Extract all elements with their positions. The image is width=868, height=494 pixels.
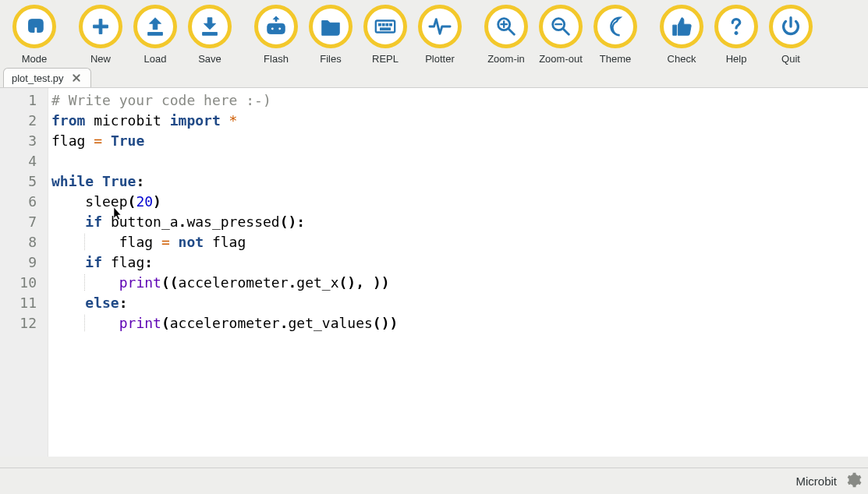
svg-rect-2 <box>382 23 384 26</box>
flash-label: Flash <box>264 53 289 65</box>
status-mode-label: Microbit <box>795 475 837 488</box>
thumbs-up-icon <box>660 5 703 48</box>
line-number: 6 <box>0 192 48 212</box>
code-line[interactable]: else: <box>51 293 868 313</box>
load-button[interactable]: Load <box>130 5 180 65</box>
keyboard-icon <box>363 5 407 48</box>
toolbar: ModeNewLoadSaveFlashFilesREPLPlotterZoom… <box>0 0 868 68</box>
svg-point-8 <box>735 31 738 34</box>
zoomout-button[interactable]: Zoom-out <box>536 5 586 65</box>
zoomout-label: Zoom-out <box>539 53 583 65</box>
plus-icon <box>79 5 122 48</box>
quit-button[interactable]: Quit <box>766 5 816 65</box>
line-number: 3 <box>0 131 48 151</box>
power-icon <box>769 5 813 48</box>
mode-icon <box>12 5 56 48</box>
line-number: 1 <box>0 90 48 111</box>
close-icon[interactable] <box>70 72 83 84</box>
help-button[interactable]: Help <box>711 5 761 65</box>
line-number: 7 <box>0 212 48 232</box>
code-line[interactable] <box>51 151 868 171</box>
check-label: Check <box>668 53 696 65</box>
zoomin-button[interactable]: Zoom-in <box>481 5 531 65</box>
code-line[interactable]: flag = not flag <box>51 232 868 252</box>
code-editor[interactable]: 123456789101112 # Write your code here :… <box>0 87 868 457</box>
theme-label: Theme <box>600 53 631 65</box>
save-button[interactable]: Save <box>185 5 235 65</box>
new-label: New <box>90 53 111 65</box>
zoom-out-icon <box>539 5 583 48</box>
code-line[interactable]: print((accelerometer.get_x(), )) <box>51 273 868 293</box>
mode-button[interactable]: Mode <box>9 5 59 65</box>
help-label: Help <box>726 53 747 65</box>
code-line[interactable]: flag = True <box>51 131 868 151</box>
check-button[interactable]: Check <box>657 5 707 65</box>
quit-label: Quit <box>781 53 800 65</box>
line-number: 11 <box>0 293 48 313</box>
files-label: Files <box>320 53 341 65</box>
moon-icon <box>593 5 637 48</box>
tab-plot-test[interactable]: plot_test.py <box>3 68 91 87</box>
repl-button[interactable]: REPL <box>360 5 410 65</box>
gear-icon[interactable] <box>845 471 862 491</box>
robot-down-icon <box>254 5 298 48</box>
plotter-label: Plotter <box>425 53 455 65</box>
line-number: 4 <box>0 151 48 171</box>
line-number: 8 <box>0 232 48 252</box>
upload-icon <box>133 5 177 48</box>
code-line[interactable]: if button_a.was_pressed(): <box>51 212 868 232</box>
zoom-in-icon <box>484 5 528 48</box>
tab-label: plot_test.py <box>12 72 64 84</box>
load-label: Load <box>144 53 167 65</box>
flash-button[interactable]: Flash <box>251 5 301 65</box>
code-area[interactable]: # Write your code here :-)from microbit … <box>48 88 868 457</box>
mode-label: Mode <box>22 53 48 65</box>
files-button[interactable]: Files <box>306 5 356 65</box>
folder-robot-icon <box>309 5 353 48</box>
download-icon <box>188 5 232 48</box>
line-number: 10 <box>0 273 48 293</box>
question-icon <box>714 5 758 48</box>
repl-label: REPL <box>372 53 399 65</box>
svg-rect-4 <box>390 23 392 26</box>
code-line[interactable]: sleep(20) <box>51 192 868 212</box>
line-number: 5 <box>0 171 48 192</box>
code-line[interactable]: from microbit import * <box>51 111 868 131</box>
theme-button[interactable]: Theme <box>590 5 640 65</box>
code-line[interactable]: print(accelerometer.get_values()) <box>51 313 868 333</box>
line-number-gutter: 123456789101112 <box>0 88 48 457</box>
plotter-button[interactable]: Plotter <box>415 5 465 65</box>
tab-bar: plot_test.py <box>0 68 868 87</box>
line-number: 2 <box>0 111 48 131</box>
svg-rect-0 <box>376 21 395 33</box>
line-number: 12 <box>0 313 48 333</box>
code-line[interactable]: while True: <box>51 171 868 192</box>
code-line[interactable]: # Write your code here :-) <box>51 90 868 111</box>
line-number: 9 <box>0 252 48 273</box>
svg-rect-1 <box>379 23 381 26</box>
zoomin-label: Zoom-in <box>487 53 525 65</box>
code-line[interactable]: if flag: <box>51 252 868 273</box>
status-bar: Microbit <box>0 468 868 494</box>
pulse-icon <box>418 5 462 48</box>
new-button[interactable]: New <box>76 5 126 65</box>
save-label: Save <box>198 53 221 65</box>
svg-rect-5 <box>380 28 390 30</box>
svg-rect-3 <box>386 23 388 26</box>
